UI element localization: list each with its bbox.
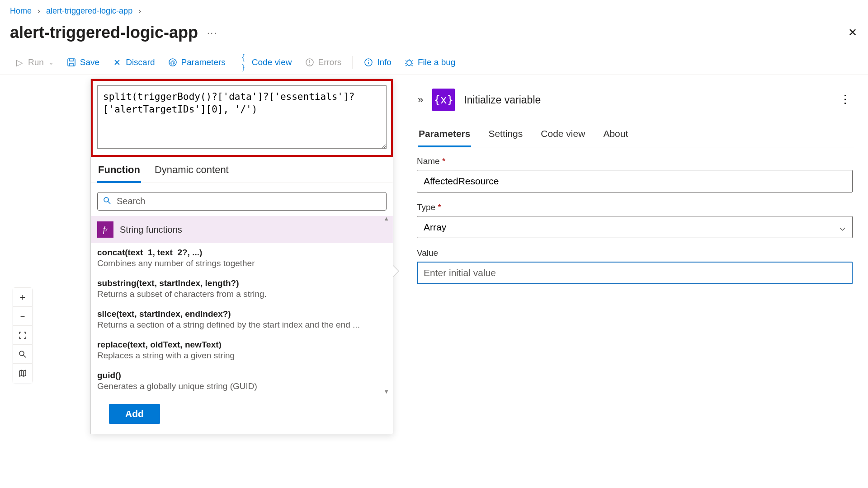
zoom-in-button[interactable]: ＋ <box>13 288 32 307</box>
required-icon: * <box>442 156 445 166</box>
save-icon <box>66 57 76 67</box>
function-signature: substring(text, startIndex, length?) <box>97 278 387 288</box>
function-description: Returns a section of a string defined by… <box>97 320 387 330</box>
svg-point-8 <box>368 60 369 61</box>
name-input[interactable] <box>417 170 853 192</box>
expression-tabs: Function Dynamic content <box>91 157 393 183</box>
required-icon: * <box>438 202 441 212</box>
action-title: Initialize variable <box>464 94 830 106</box>
field-type: Type * Array <box>417 202 853 238</box>
info-button[interactable]: Info <box>357 55 398 70</box>
search-canvas-button[interactable] <box>13 345 32 364</box>
expression-textarea[interactable]: split(triggerBody()?['data']?['essential… <box>97 85 387 149</box>
run-button[interactable]: ▷ Run ⌄ <box>8 55 60 70</box>
svg-point-9 <box>407 60 411 66</box>
braces-icon: { } <box>238 57 248 67</box>
value-label: Value <box>417 248 438 258</box>
function-item[interactable]: slice(text, startIndex, endIndex?) Retur… <box>91 305 393 335</box>
filebug-label: File a bug <box>418 57 455 67</box>
scroll-down-icon[interactable]: ▼ <box>383 388 389 395</box>
more-actions-icon[interactable]: ··· <box>207 28 217 38</box>
function-item[interactable]: replace(text, oldText, newText) Replaces… <box>91 335 393 366</box>
toolbar: ▷ Run ⌄ Save ✕ Discard @ Parameters { } … <box>0 50 868 75</box>
category-title: String functions <box>120 225 182 235</box>
svg-point-5 <box>309 64 310 65</box>
page-title: alert-triggered-logic-app <box>10 23 198 42</box>
codeview-label: Code view <box>252 57 292 67</box>
run-label: Run <box>28 57 44 67</box>
chevron-right-icon: › <box>135 6 145 15</box>
svg-line-11 <box>24 355 26 357</box>
svg-point-12 <box>104 197 108 202</box>
function-item[interactable]: concat(text_1, text_2?, ...) Combines an… <box>91 243 393 274</box>
chevron-down-icon: ⌄ <box>48 59 54 66</box>
type-label: Type <box>417 202 435 212</box>
canvas-controls: ＋ － <box>13 287 33 383</box>
value-input[interactable] <box>417 262 853 284</box>
function-signature: slice(text, startIndex, endIndex?) <box>97 309 387 319</box>
function-description: Combines any number of strings together <box>97 258 387 268</box>
svg-point-10 <box>19 351 24 356</box>
play-icon: ▷ <box>14 57 24 67</box>
error-icon <box>305 57 315 67</box>
filebug-button[interactable]: File a bug <box>398 55 462 70</box>
function-category-header[interactable]: fx String functions ▲ <box>91 216 393 243</box>
svg-line-13 <box>108 202 110 204</box>
function-item[interactable]: substring(text, startIndex, length?) Ret… <box>91 274 393 305</box>
field-value: Value <box>417 248 853 284</box>
properties-header: » {x} Initialize variable ⋯ <box>416 84 854 120</box>
svg-rect-0 <box>68 59 75 66</box>
save-button[interactable]: Save <box>60 55 106 70</box>
variable-icon: {x} <box>432 89 455 111</box>
panel-pointer-icon <box>393 265 399 277</box>
more-icon[interactable]: ⋯ <box>838 94 852 107</box>
fx-icon: fx <box>97 221 113 238</box>
parameters-icon: @ <box>168 57 178 67</box>
save-label: Save <box>80 57 99 67</box>
zoom-out-button[interactable]: － <box>13 307 32 326</box>
close-icon[interactable]: ✕ <box>848 26 857 39</box>
add-button[interactable]: Add <box>109 404 160 424</box>
title-bar: alert-triggered-logic-app ··· ✕ <box>0 19 868 50</box>
function-search[interactable] <box>97 192 387 211</box>
fullscreen-button[interactable] <box>13 326 32 345</box>
function-signature: guid() <box>97 371 387 380</box>
function-description: Replaces a string with a given string <box>97 351 387 361</box>
function-description: Generates a globally unique string (GUID… <box>97 381 387 391</box>
tab-dynamic-content[interactable]: Dynamic content <box>154 160 230 183</box>
collapse-icon[interactable]: » <box>418 94 423 106</box>
minimap-button[interactable] <box>13 364 32 383</box>
errors-button[interactable]: Errors <box>298 55 348 70</box>
search-icon <box>103 197 111 206</box>
scroll-up-icon[interactable]: ▲ <box>383 215 389 222</box>
expression-box-highlight: split(triggerBody()?['data']?['essential… <box>91 79 393 157</box>
expression-editor-panel: split(triggerBody()?['data']?['essential… <box>90 79 393 434</box>
tab-function[interactable]: Function <box>97 160 141 183</box>
errors-label: Errors <box>318 57 342 67</box>
function-item[interactable]: guid() Generates a globally unique strin… <box>91 366 393 397</box>
breadcrumb: Home › alert-triggered-logic-app › <box>0 0 868 19</box>
tab-parameters[interactable]: Parameters <box>418 125 471 147</box>
discard-label: Discard <box>126 57 155 67</box>
parameters-label: Parameters <box>181 57 226 67</box>
parameters-button[interactable]: @ Parameters <box>161 55 232 70</box>
info-icon <box>363 57 373 67</box>
tab-settings[interactable]: Settings <box>487 125 524 147</box>
type-select[interactable]: Array <box>417 216 853 238</box>
field-name: Name * <box>417 156 853 192</box>
function-list[interactable]: concat(text_1, text_2?, ...) Combines an… <box>91 243 393 397</box>
chevron-right-icon: › <box>34 6 44 15</box>
tab-about[interactable]: About <box>602 125 629 147</box>
function-search-input[interactable] <box>117 196 381 206</box>
codeview-button[interactable]: { } Code view <box>232 55 298 70</box>
svg-text:@: @ <box>170 60 175 65</box>
breadcrumb-home[interactable]: Home <box>10 6 32 15</box>
discard-button[interactable]: ✕ Discard <box>106 55 161 70</box>
function-signature: concat(text_1, text_2?, ...) <box>97 248 387 258</box>
bug-icon <box>404 57 414 67</box>
function-description: Returns a subset of characters from a st… <box>97 289 387 299</box>
breadcrumb-parent[interactable]: alert-triggered-logic-app <box>46 6 132 15</box>
info-label: Info <box>377 57 392 67</box>
tab-codeview[interactable]: Code view <box>540 125 586 147</box>
properties-panel: » {x} Initialize variable ⋯ Parameters S… <box>411 75 868 473</box>
